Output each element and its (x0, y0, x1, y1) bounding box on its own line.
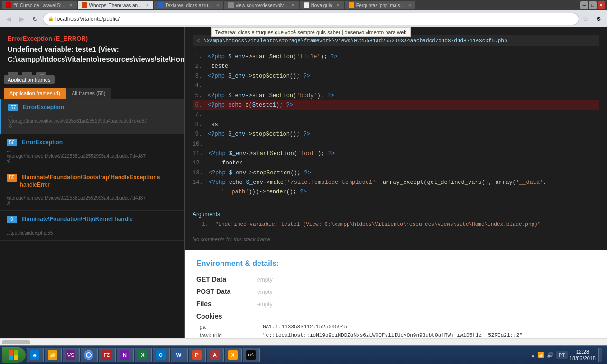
clock-date: 18/06/2018 (570, 355, 596, 362)
frame-item-0[interactable]: 0 Illuminate\Foundation\Http\Kernel hand… (0, 211, 184, 241)
taskbar-filezilla[interactable]: FZ (99, 348, 116, 362)
tab-whoops[interactable]: Whoops! There was an... ✕ (78, 1, 153, 9)
taskbar-word[interactable]: W (171, 348, 188, 362)
tab-viewsource[interactable]: view-source:desenvolv... ✕ (224, 1, 299, 9)
taskbar-ie[interactable]: e (27, 348, 44, 362)
code-line-11: 11. <?php $_env->startSection('foot'); ?… (193, 149, 599, 158)
code-line-1: 1. <?php $_env->startSection('title'); ?… (193, 52, 599, 62)
frame-dots-55: ... (7, 189, 177, 194)
taskbar-ppt[interactable]: P (189, 348, 206, 362)
cookies-label: Cookies (196, 312, 596, 320)
taskbar-excel[interactable]: X (135, 348, 152, 362)
bookmark-star-icon[interactable]: ☆ (581, 15, 591, 23)
no-comments-section: No comments for this stack frame. (185, 233, 607, 250)
tab-perguntas[interactable]: Perguntas 'php' mais... ✕ (345, 1, 415, 9)
clock-time: 12:28 (570, 348, 596, 355)
error-sidebar: ErrorException (E_ERROR) Undefined varia… (0, 27, 185, 338)
frame-file-55: \storage\framework\views\0225581ad255299… (7, 195, 168, 206)
tab-label-nova: Nova guia (311, 3, 332, 8)
error-message: Undefined variable: teste1 (View: C:\xam… (8, 44, 176, 64)
xampp-icon: X (228, 350, 238, 360)
environment-section: Environment & details: GET Data empty PO… (185, 250, 607, 338)
minimize-button[interactable]: ─ (580, 1, 588, 9)
taskbar-explorer[interactable]: 📁 (45, 348, 62, 362)
code-section: C:\xampp\htdocs\Vitalento\storage\framew… (185, 27, 607, 205)
cmd-icon: C:\ (246, 350, 256, 360)
tray-network-icon: 📶 (537, 351, 545, 359)
code-lines: 1. <?php $_env->startSection('title'); ?… (193, 52, 599, 197)
code-line-8: 8. ss (193, 120, 599, 129)
taskbar-cmd[interactable]: C:\ (243, 348, 260, 362)
post-data-row: POST Data empty (196, 288, 596, 295)
tray-arrow[interactable]: ▲ (531, 353, 535, 358)
code-line-10: 10. (193, 139, 599, 149)
code-line-7: 7. (193, 110, 599, 119)
arguments-label: Arguments (193, 211, 599, 218)
extensions-button[interactable]: ⚙ (593, 13, 604, 25)
code-line-5: 5. <?php $_env->startSection('body'); ?> (193, 91, 599, 100)
taskbar-access[interactable]: A (207, 348, 224, 362)
code-line-6: 6. <?php echo e($teste1); ?> (193, 100, 599, 110)
access-icon: A (210, 350, 220, 360)
start-button[interactable] (2, 347, 26, 363)
tab-close-yt[interactable]: ✕ (69, 3, 73, 8)
show-desktop-button[interactable] (598, 348, 602, 362)
code-line-14: 14. <?php echo $_env->make('/site.Temple… (193, 178, 599, 187)
explorer-icon: 📁 (48, 350, 57, 360)
frame-class-56: ErrorException (21, 139, 63, 146)
tab-close-whoops[interactable]: ✕ (146, 3, 149, 8)
ppt-icon: P (192, 350, 202, 360)
reload-button[interactable]: ↻ (29, 13, 41, 25)
tab-yt[interactable]: #8 Curso de Laravel 5:... ✕ (2, 1, 77, 9)
tab-close-perguntas[interactable]: ✕ (408, 3, 412, 8)
frame-item-55[interactable]: 55 Illuminate\Foundation\Bootstrap\Handl… (0, 169, 184, 211)
tab-nova[interactable]: Nova guia ✕ (300, 1, 344, 9)
maximize-button[interactable]: □ (589, 1, 597, 9)
frames-list: 57 ErrorException ... \storage\framework… (0, 99, 184, 338)
files-value: empty (257, 301, 273, 308)
frame-item-57[interactable]: 57 ErrorException ... \storage\framework… (0, 99, 184, 134)
frame-class-0: Illuminate\Foundation\Http\Kernel handle (21, 216, 133, 222)
close-button[interactable]: ✕ (598, 1, 605, 9)
all-frames-button[interactable]: All frames (58) (66, 88, 111, 99)
tab-label-perguntas: Perguntas 'php' mais... (356, 3, 404, 8)
taskbar-onenote[interactable]: N (117, 348, 134, 362)
tab-textarea[interactable]: Textarea: dicas e tru... ✕ (154, 1, 223, 9)
arguments-section: Arguments 1. "Undefined variable: teste1… (185, 205, 607, 233)
tab-close-textarea[interactable]: ✕ (216, 3, 220, 8)
code-line-9: 9. <?php $_env->stopSection(); ?> (193, 129, 599, 139)
svg-rect-3 (14, 355, 18, 360)
tab-close-nova[interactable]: ✕ (336, 3, 340, 8)
lock-icon: 🔒 (48, 16, 54, 21)
code-filepath: C:\xampp\htdocs\Vitalento\storage\framew… (193, 35, 599, 46)
tab-close-viewsource[interactable]: ✕ (291, 3, 295, 8)
frame-item-56[interactable]: 56 ErrorException ... \storage\framework… (0, 134, 184, 169)
app-frames-button[interactable]: Application frames (4) (4, 88, 66, 99)
error-type: ErrorException (E_ERROR) (8, 35, 176, 42)
address-bar[interactable]: 🔒 localhost/Vitalento/public/ Textarea: … (43, 13, 579, 25)
excel-icon: X (138, 350, 147, 360)
frame-file-0: ...\public\index.php:55 (7, 230, 168, 236)
back-button[interactable]: ◀ (3, 13, 14, 25)
forward-button[interactable]: ▶ (16, 13, 28, 25)
svg-rect-1 (14, 350, 18, 355)
tray-language[interactable]: PT (556, 351, 568, 359)
horizontal-scrollbar[interactable] (0, 338, 607, 345)
vs-icon: VS (66, 350, 75, 360)
tab-label-yt: #8 Curso de Laravel 5:... (13, 3, 65, 8)
title-bar: #8 Curso de Laravel 5:... ✕ Whoops! Ther… (0, 0, 607, 10)
frame-number-56: 56 (7, 139, 17, 146)
argument-item-1: 1. "Undefined variable: teste1 (View: C:… (193, 221, 599, 227)
taskbar-outlook[interactable]: O (153, 348, 170, 362)
tab-favicon-whoops (82, 2, 87, 8)
tray-volume-icon[interactable]: 🔊 (547, 351, 554, 359)
window-controls: ─ □ ✕ (580, 1, 605, 9)
taskbar-vs[interactable]: VS (63, 348, 80, 362)
get-data-row: GET Data empty (196, 275, 596, 283)
h-scroll-thumb[interactable] (2, 340, 30, 344)
tab-favicon-view (228, 2, 234, 8)
frame-number-55: 55 (7, 174, 17, 182)
post-data-value: empty (257, 289, 273, 295)
taskbar-chrome[interactable] (81, 348, 98, 362)
taskbar-xampp[interactable]: X (225, 348, 242, 362)
